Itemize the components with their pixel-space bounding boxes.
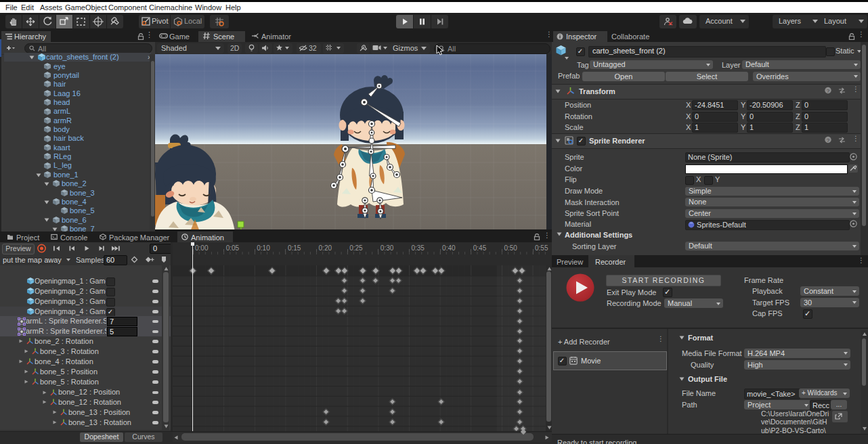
svg-text:?: ?	[827, 88, 830, 94]
svg-text:?: ?	[827, 137, 830, 143]
